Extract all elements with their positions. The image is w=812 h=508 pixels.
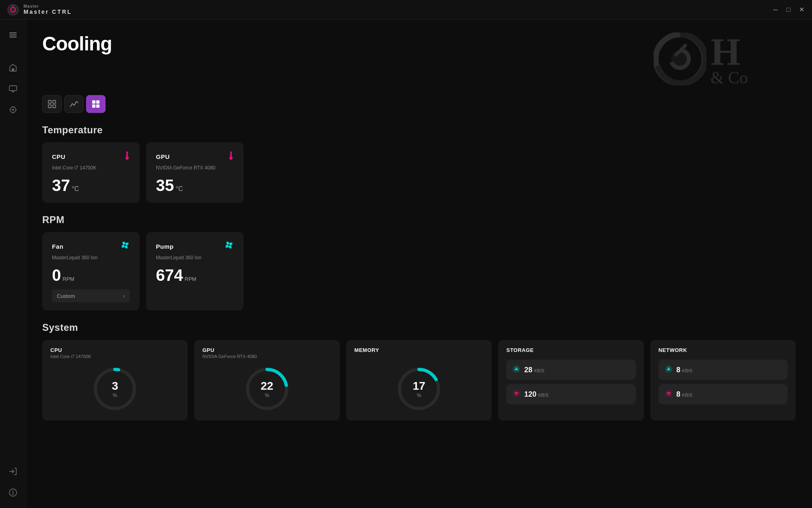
fan-icon-spin [120, 240, 130, 252]
cpu-temp-card-header: CPU [52, 150, 130, 163]
svg-rect-26 [96, 104, 99, 108]
storage-download-card: 120 KB/S [506, 384, 635, 404]
pump-card-title: Pump [156, 243, 174, 250]
system-gpu-subtitle: NVIDIA GeForce RTX 4080 [202, 354, 331, 359]
storage-download-stat: 120 KB/S [524, 390, 549, 399]
system-section: System CPU Intel Core i7 14700K 3 % [42, 322, 796, 421]
view-controls [42, 95, 796, 113]
cpu-temp-unit: °C [72, 185, 79, 193]
title-bar-controls: ─ □ ✕ [771, 6, 806, 14]
view-button-grid-small[interactable] [42, 95, 62, 113]
svg-rect-24 [96, 100, 99, 104]
svg-point-1 [11, 7, 15, 12]
network-stats: 8 KB/S 8 [659, 360, 788, 404]
system-network-card: NETWORK 8 KB/S [650, 340, 796, 421]
system-gpu-title: GPU [202, 347, 331, 353]
storage-upload-card: 28 KB/S [506, 360, 635, 380]
sidebar-item-home[interactable] [4, 59, 22, 76]
upload-arrow-icon [513, 365, 520, 374]
maximize-button[interactable]: □ [784, 6, 793, 14]
svg-rect-7 [9, 86, 17, 91]
svg-point-28 [125, 156, 129, 160]
system-cpu-title: CPU [50, 347, 179, 353]
system-memory-subtitle [354, 354, 484, 359]
title-bar: Master Master CTRL ─ □ ✕ [0, 0, 812, 20]
system-storage-title: STORAGE [506, 347, 635, 353]
sidebar [0, 20, 26, 508]
gpu-temp-value: 35 °C [156, 176, 234, 195]
storage-stats: 28 KB/S 120 [506, 360, 635, 404]
system-memory-card: MEMORY 17 % [346, 340, 492, 421]
sidebar-item-monitor[interactable] [4, 80, 22, 98]
app-logo [6, 3, 19, 16]
pump-fan-icon [224, 240, 234, 252]
download-arrow-icon-network [665, 390, 672, 399]
pump-rpm-unit: RPM [185, 276, 197, 282]
temperature-cards: CPU Intel Core i7 14700K 37 °C GPU [42, 142, 796, 203]
view-button-grid-large[interactable] [86, 95, 106, 113]
brand-text-icon: H & Co [706, 33, 796, 85]
svg-rect-6 [12, 68, 14, 71]
svg-rect-23 [92, 100, 95, 104]
close-button[interactable]: ✕ [797, 6, 806, 14]
svg-point-31 [229, 156, 233, 160]
cpu-temp-title: CPU [52, 153, 65, 160]
gpu-temp-card: GPU NVIDIA GeForce RTX 4080 35 °C [146, 142, 244, 203]
pump-card-subtitle: MasterLiquid 360 Ion [156, 255, 234, 261]
pump-rpm-value: 674 RPM [156, 266, 234, 284]
cpu-temp-value: 37 °C [52, 176, 130, 195]
system-gpu-card: GPU NVIDIA GeForce RTX 4080 22 % [194, 340, 339, 421]
temperature-section-title: Temperature [42, 124, 796, 136]
pump-card-header: Pump [156, 240, 234, 252]
gpu-gauge-label: 22 % [261, 380, 273, 398]
svg-point-14 [12, 491, 13, 491]
svg-rect-20 [53, 100, 56, 103]
sidebar-item-settings[interactable] [4, 101, 22, 119]
svg-rect-25 [92, 104, 95, 108]
svg-point-33 [124, 244, 126, 246]
cpu-temp-subtitle: Intel Core i7 14700K [52, 165, 130, 171]
sidebar-item-login[interactable] [4, 462, 22, 480]
system-cards: CPU Intel Core i7 14700K 3 % [42, 340, 796, 421]
fan-card-subtitle: MasterLiquid 360 Ion [52, 255, 130, 261]
system-storage-card: STORAGE 28 KB/S [498, 340, 644, 421]
system-section-title: System [42, 322, 796, 333]
rpm-section-title: RPM [42, 214, 796, 226]
svg-rect-19 [48, 100, 51, 103]
svg-text:& Co: & Co [710, 68, 748, 85]
view-button-chart[interactable] [64, 95, 84, 113]
gpu-temp-subtitle: NVIDIA GeForce RTX 4080 [156, 165, 234, 171]
download-arrow-icon-storage [513, 390, 520, 399]
brand-circle-icon [654, 33, 706, 85]
cpu-gauge-label: 3 % [112, 380, 118, 398]
system-cpu-subtitle: Intel Core i7 14700K [50, 354, 179, 359]
fan-card-title: Fan [52, 243, 63, 250]
network-download-card: 8 KB/S [659, 384, 788, 404]
system-memory-title: MEMORY [354, 347, 484, 353]
page-header: Cooling H & Co [42, 33, 796, 85]
app-name: Master Master CTRL [24, 4, 72, 15]
svg-text:H: H [710, 33, 741, 74]
fan-custom-button[interactable]: Custom › [52, 289, 130, 302]
gpu-temp-title: GPU [156, 153, 170, 160]
main-content: Cooling H & Co [26, 20, 812, 508]
svg-rect-5 [9, 37, 17, 37]
sidebar-item-menu[interactable] [4, 26, 22, 44]
svg-point-34 [228, 244, 230, 246]
title-bar-left: Master Master CTRL [6, 3, 72, 16]
pump-rpm-card: Pump MasterLiquid 360 Ion 674 RPM [146, 232, 244, 310]
minimize-button[interactable]: ─ [771, 6, 780, 14]
network-upload-card: 8 KB/S [659, 360, 788, 380]
storage-spacer [506, 354, 635, 360]
fan-card-header: Fan [52, 240, 130, 252]
thermometer-icon-gpu [228, 150, 234, 163]
memory-gauge-label: 17 % [412, 380, 425, 398]
rpm-cards: Fan MasterLiquid 360 Ion 0 RPM Custom › [42, 232, 796, 310]
system-network-title: NETWORK [659, 347, 788, 353]
network-upload-stat: 8 KB/S [676, 366, 693, 374]
fan-rpm-value: 0 RPM [52, 266, 130, 284]
sidebar-item-about[interactable] [4, 484, 22, 501]
system-cpu-gauge: 3 % [91, 365, 139, 413]
svg-rect-21 [48, 105, 51, 108]
chevron-right-icon: › [123, 293, 125, 299]
